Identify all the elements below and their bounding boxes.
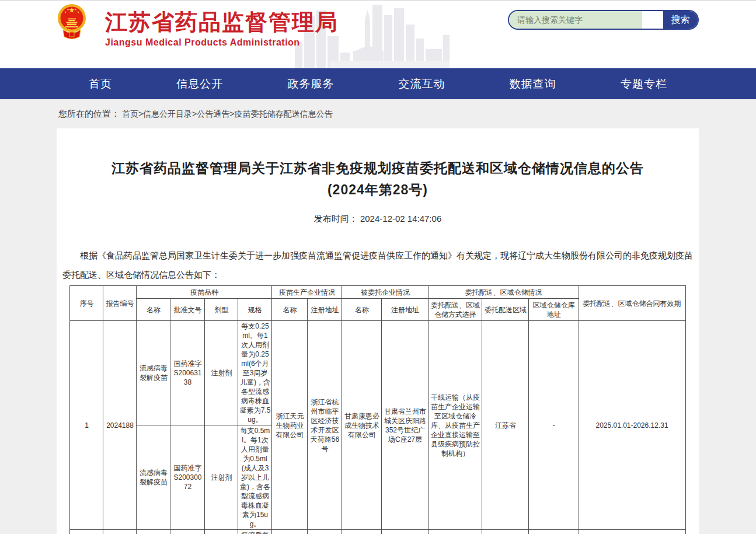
- search-bar: 搜索: [508, 10, 699, 30]
- cell-mode: 区域仓储、区域配送: [428, 530, 482, 534]
- group-header-manufacturer: 疫苗生产企业情况: [272, 286, 342, 299]
- cell-approval-no: 国药准字S20210026: [170, 530, 205, 534]
- cell-seq: 2: [70, 530, 103, 534]
- cell-vaccine-name: 流感病毒裂解疫苗: [137, 321, 170, 425]
- nav-item-interaction[interactable]: 交流互动: [399, 68, 445, 99]
- search-spacer: [642, 11, 663, 29]
- cell-region: 江苏省: [482, 321, 529, 530]
- cell-dosage-form: 注射剂: [205, 425, 238, 530]
- cell-seq: 1: [70, 321, 103, 530]
- col-header-warehouse: 区域仓储仓库地址: [529, 299, 579, 321]
- col-header-seq: 序号: [70, 286, 103, 321]
- cell-manufacturer-addr: 山东省东营市东营区大渡河路155号: [308, 530, 342, 534]
- col-header-entrusted-addr: 注册地址: [382, 299, 428, 321]
- national-emblem-icon: [57, 3, 86, 41]
- nav-item-home[interactable]: 首页: [89, 68, 112, 99]
- breadcrumb-current-page[interactable]: 疫苗委托储存配送信息公告: [234, 109, 332, 118]
- table-row: 1 2024188 流感病毒裂解疫苗 国药准字S20063138 注射剂 每支0…: [70, 321, 685, 425]
- col-header-report-no: 报告编号: [103, 286, 137, 321]
- site-header: 江苏省药品监督管理局 Jiangsu Medical Products Admi…: [0, 0, 756, 68]
- main-nav: 首页 信息公开 政务服务 交流互动 数据查询 专题专栏: [0, 68, 756, 99]
- article-paragraph: 根据《食品药品监管总局国家卫生计生委关于进一步加强疫苗流通监管促进疫苗供应工作的…: [62, 246, 693, 284]
- cell-vaccine-name: 流感病毒裂解疫苗: [137, 425, 170, 530]
- group-header-entrusted: 被委托企业情况: [342, 286, 428, 299]
- nav-item-info-disclosure[interactable]: 信息公开: [176, 68, 223, 99]
- site-subtitle: Jiangsu Medical Products Administration: [105, 37, 339, 48]
- table-row: 2 2024189 冻干人用狂犬病疫苗（Vero细胞) 国药准字S2021002…: [70, 530, 685, 534]
- col-header-validity: 委托配送、区域仓储合同有效期: [579, 286, 685, 321]
- col-header-region: 委托配送区域: [482, 299, 529, 321]
- col-header-dosage-form: 剂型: [205, 299, 238, 321]
- cell-validity: 2025.01.01-2026.12.31: [579, 321, 685, 530]
- cell-mode: 干线运输（从疫苗生产企业运输至区域仓储冷库、从疫苗生产企业直接运输至县级疾病预防…: [428, 321, 482, 530]
- cell-manufacturer: 山东亦度生物技术有限公司: [272, 530, 308, 534]
- article-title-line2: (2024年第28号): [74, 179, 681, 201]
- breadcrumb-home[interactable]: 首页: [122, 109, 138, 118]
- brand-text: 江苏省药品监督管理局 Jiangsu Medical Products Admi…: [105, 9, 339, 48]
- cell-spec: 每支0.25ml。每1次人用剂量为0.25ml(6个月至3周岁儿童)，含各型流感…: [238, 321, 272, 425]
- search-button[interactable]: 搜索: [663, 11, 698, 29]
- publish-label: 发布时间：: [314, 214, 358, 224]
- cell-entrusted-addr: 扬州市秋实路1号办公楼一层、二层、三层312、四层401、五层: [382, 530, 428, 534]
- cell-warehouse: -: [529, 321, 579, 530]
- cell-validity: 2025.01.01-2027.12.31: [579, 530, 685, 534]
- group-header-logistics: 委托配送、区域仓储情况: [428, 286, 579, 299]
- article-card: 江苏省药品监督管理局关于江苏省非免疫规划疫苗委托配送和区域仓储情况信息的公告 (…: [57, 128, 699, 534]
- vaccine-table: 序号 报告编号 疫苗品种 疫苗生产企业情况 被委托企业情况 委托配送、区域仓储情…: [69, 285, 685, 534]
- col-header-entrusted-name: 名称: [342, 299, 382, 321]
- cell-approval-no: 国药准字S20030072: [170, 425, 205, 530]
- cell-spec: 每支0.5ml。每1次人用剂量为0.5ml(成人及3岁以上儿童)，含各型流感病毒…: [238, 425, 272, 530]
- article-title-line1: 江苏省药品监督管理局关于江苏省非免疫规划疫苗委托配送和区域仓储情况信息的公告: [74, 158, 681, 179]
- cell-report-no: 2024189: [103, 530, 137, 534]
- breadcrumb-announcements[interactable]: 公告通告: [197, 109, 229, 118]
- search-input[interactable]: [509, 11, 642, 29]
- breadcrumb-prefix: 您所在的位置：: [58, 109, 120, 118]
- col-header-vaccine-name: 名称: [137, 299, 170, 321]
- breadcrumb: 您所在的位置： 首页>信息公开目录>公告通告>疫苗委托储存配送信息公告: [0, 99, 756, 128]
- article-title: 江苏省药品监督管理局关于江苏省非免疫规划疫苗委托配送和区域仓储情况信息的公告 (…: [57, 158, 699, 201]
- col-header-mode: 委托配送、区域仓储方式选择: [428, 299, 482, 321]
- col-header-manufacturer-addr: 注册地址: [308, 299, 342, 321]
- cell-entrusted-addr: 甘肃省兰州市城关区庆阳路352号世纪广场C座27层: [382, 321, 428, 530]
- cell-dosage-form: 注射剂: [205, 530, 238, 534]
- cell-approval-no: 国药准字S20063138: [170, 321, 205, 425]
- nav-item-gov-services[interactable]: 政务服务: [287, 68, 334, 99]
- main-background: 您所在的位置： 首页>信息公开目录>公告通告>疫苗委托储存配送信息公告 江苏省药…: [0, 99, 756, 534]
- cell-entrusted: 甘肃康恩必成生物技术有限公司: [342, 321, 382, 530]
- col-header-approval-no: 批准文号: [170, 299, 205, 321]
- site-title: 江苏省药品监督管理局: [105, 9, 339, 35]
- publish-line: 发布时间： 2024-12-02 14:47:06: [57, 214, 699, 225]
- cell-warehouse: 扬州市运河北路109号: [529, 530, 579, 534]
- cell-dosage-form: 注射剂: [205, 321, 238, 425]
- nav-item-data-query[interactable]: 数据查询: [510, 68, 556, 99]
- col-header-spec: 规格: [238, 299, 272, 321]
- site-logo[interactable]: 江苏省药品监督管理局 Jiangsu Medical Products Admi…: [57, 3, 339, 48]
- cell-manufacturer: 浙江天元生物药业有限公司: [272, 321, 308, 530]
- col-header-manufacturer-name: 名称: [272, 299, 308, 321]
- cell-region: 江苏省: [482, 530, 529, 534]
- group-header-vaccine: 疫苗品种: [137, 286, 272, 299]
- breadcrumb-separator: >: [138, 109, 143, 118]
- publish-time: 2024-12-02 14:47:06: [360, 214, 441, 224]
- cell-manufacturer-addr: 浙江省杭州市临平区经济技术开发区天荷路56号: [308, 321, 342, 530]
- cell-spec: 复溶后每瓶0.5ml。每1次人用剂量为0.5ml，狂犬病疫苗效价应不低于2.5I…: [238, 530, 272, 534]
- cell-report-no: 2024188: [103, 321, 137, 530]
- cell-entrusted: 国药控股扬州有限公司: [342, 530, 382, 534]
- cell-vaccine-name: 冻干人用狂犬病疫苗（Vero细胞): [137, 530, 170, 534]
- breadcrumb-info-catalog[interactable]: 信息公开目录: [143, 109, 192, 118]
- nav-item-special-columns[interactable]: 专题专栏: [621, 68, 667, 99]
